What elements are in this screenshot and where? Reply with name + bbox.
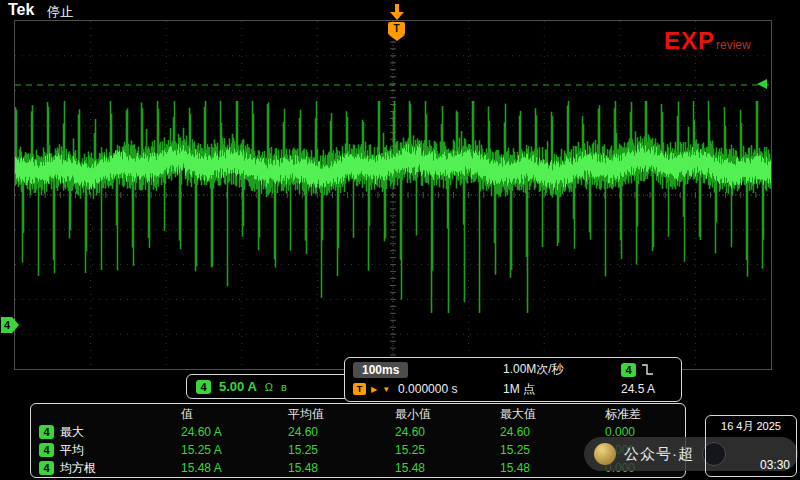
measurement-name: 最大: [60, 424, 84, 441]
channel-readout[interactable]: 4 5.00 A Ω ʙ: [186, 374, 358, 399]
trigger-position-value: 0.000000 s: [398, 382, 457, 396]
bandwidth-icon: ʙ: [281, 381, 287, 393]
col-header-min: 最小值: [379, 406, 484, 423]
impedance-icon: Ω: [265, 381, 273, 393]
measurement-row-label: 4 均方根: [33, 460, 165, 477]
channel-badge: 4: [39, 443, 54, 457]
datetime-panel: 16 4月 2025 03:30: [705, 415, 797, 477]
col-header-mean: 平均值: [272, 406, 379, 423]
waveform-display[interactable]: [15, 21, 771, 369]
time-text: 03:30: [760, 458, 790, 472]
col-header-max: 最大值: [484, 406, 589, 423]
sample-rate: 1.00M次/秒: [503, 361, 621, 378]
trigger-source-cell: 4: [621, 363, 673, 377]
graticule[interactable]: [14, 20, 772, 370]
record-length: 1M 点: [503, 381, 621, 398]
brand-logo: Tek: [8, 1, 34, 19]
arrow-down-icon: ▼: [382, 385, 390, 394]
expansion-point-icon: [390, 4, 404, 20]
measurement-max: 15.48: [484, 461, 589, 475]
trigger-flag-tip: [389, 35, 405, 41]
measurement-name: 均方根: [60, 460, 96, 477]
arrow-stem: [395, 4, 399, 12]
arrow-down-icon: [390, 12, 404, 20]
measurement-value: 15.25 A: [165, 443, 272, 457]
trigger-position-cell: T ▶ ▼ 0.000000 s: [353, 382, 503, 396]
trigger-level-value: 24.5 A: [621, 382, 673, 396]
measurement-value: 24.60 A: [165, 425, 272, 439]
logo-bold-text: EXP: [664, 27, 715, 54]
measurement-min: 24.60: [379, 425, 484, 439]
measurement-mean: 15.25: [272, 443, 379, 457]
channel-badge[interactable]: 4: [196, 380, 211, 394]
trigger-source-badge[interactable]: 4: [621, 363, 636, 377]
measurement-value: 15.48 A: [165, 461, 272, 475]
oscilloscope-screen: Tek 停止 EXPreview T 4 4 5.00 A Ω ʙ 100ms …: [0, 0, 800, 480]
measurement-row-label: 4 最大: [33, 424, 165, 441]
col-header-value: 值: [165, 406, 272, 423]
measurement-row-label: 4 平均: [33, 442, 165, 459]
expreview-logo: EXPreview: [664, 27, 751, 55]
measurement-name: 平均: [60, 442, 84, 459]
measurement-min: 15.25: [379, 443, 484, 457]
trigger-t-icon: T: [353, 383, 366, 395]
date-text: 16 4月 2025: [711, 419, 791, 434]
trigger-level-arrow-icon[interactable]: [757, 79, 767, 89]
timebase-cell: 100ms: [353, 363, 503, 377]
watermark-text: 公众号·超: [624, 445, 694, 464]
arrow-right-icon: ▶: [371, 385, 377, 394]
trigger-position-marker[interactable]: T: [388, 22, 405, 41]
logo-light-text: review: [716, 38, 751, 52]
col-header-stddev: 标准差: [589, 406, 683, 423]
channel-badge: 4: [39, 461, 54, 475]
channel-badge: 4: [39, 425, 54, 439]
measurement-max: 24.60: [484, 425, 589, 439]
acquisition-panel: 100ms 1.00M次/秒 4 T ▶ ▼ 0.000000 s 1M 点 2…: [344, 357, 682, 402]
emoji-icon: [594, 443, 616, 465]
measurement-mean: 15.48: [272, 461, 379, 475]
measurement-min: 15.48: [379, 461, 484, 475]
measurement-max: 15.25: [484, 443, 589, 457]
trigger-t-label: T: [388, 22, 405, 35]
measurement-table: 值 平均值 最小值 最大值 标准差 4 最大 24.60 A 24.60 24.…: [30, 403, 686, 478]
falling-edge-icon: [641, 363, 654, 376]
timebase[interactable]: 100ms: [353, 362, 408, 378]
acquisition-status: 停止: [47, 3, 73, 21]
measurement-mean: 24.60: [272, 425, 379, 439]
channel-scale: 5.00 A: [219, 379, 257, 394]
